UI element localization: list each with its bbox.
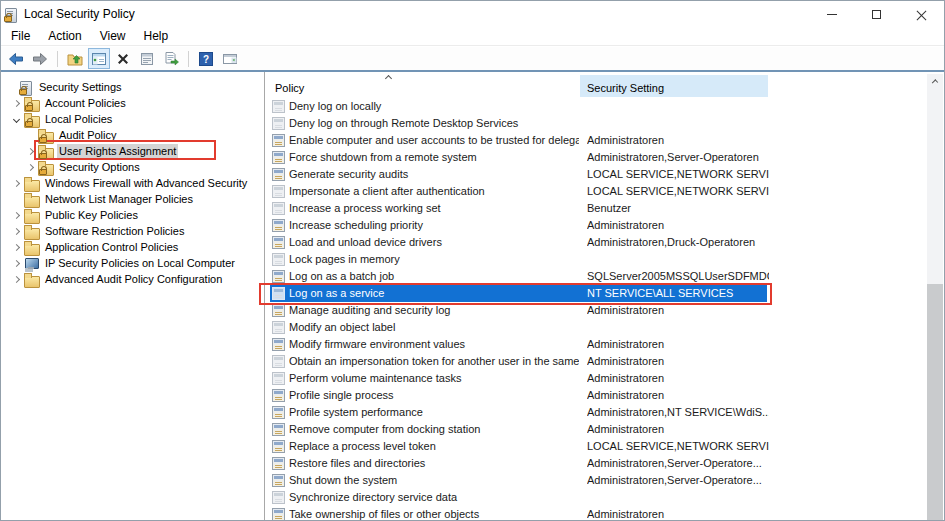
- local-security-policy-window: Local Security Policy File Action View H…: [0, 0, 945, 521]
- tree-item-windows-firewall-with-advanced-security[interactable]: Windows Firewall with Advanced Security: [2, 175, 264, 191]
- policy-row-deny-log-on-through-remote-desktop-services[interactable]: Deny log on through Remote Desktop Servi…: [270, 115, 927, 132]
- policy-row-deny-log-on-locally[interactable]: Deny log on locally: [270, 98, 927, 115]
- tree-item-account-policies[interactable]: Account Policies: [2, 95, 264, 111]
- policy-row-perform-volume-maintenance-tasks[interactable]: Perform volume maintenance tasksAdminist…: [270, 370, 927, 387]
- column-header-policy[interactable]: Policy: [275, 82, 304, 94]
- forward-button[interactable]: [29, 48, 51, 69]
- title-bar: Local Security Policy: [1, 1, 944, 27]
- policy-name-cell: Restore files and directories: [289, 457, 579, 469]
- policy-row-modify-an-object-label[interactable]: Modify an object label: [270, 319, 927, 336]
- tree-item-audit-policy[interactable]: Audit Policy: [2, 127, 264, 143]
- tree-item-ip-security-policies-on-local-computer[interactable]: IP Security Policies on Local Computer: [2, 255, 264, 271]
- expander-slot[interactable]: [24, 149, 36, 154]
- expander-slot[interactable]: [10, 181, 22, 186]
- policy-list: Deny log on locallyDeny log on through R…: [265, 98, 927, 520]
- scrollbar-track[interactable]: [927, 91, 943, 520]
- policy-row-log-on-as-a-batch-job[interactable]: Log on as a batch jobSQLServer2005MSSQLU…: [270, 268, 927, 285]
- policy-name-cell: Obtain an impersonation token for anothe…: [289, 355, 579, 367]
- tree-item-security-options[interactable]: Security Options: [2, 159, 264, 175]
- expander-slot[interactable]: [24, 165, 36, 170]
- tree-item-label: Audit Policy: [57, 128, 118, 142]
- policy-row-log-on-as-a-service[interactable]: Log on as a serviceNT SERVICE\ALL SERVIC…: [270, 285, 927, 302]
- policy-row-shut-down-the-system[interactable]: Shut down the systemAdministratoren,Serv…: [270, 472, 927, 489]
- show-console-tree-button[interactable]: [88, 48, 110, 69]
- window-controls: [809, 1, 944, 27]
- menu-bar: File Action View Help: [1, 27, 944, 46]
- policy-row-remove-computer-from-docking-station[interactable]: Remove computer from docking stationAdmi…: [270, 421, 927, 438]
- policy-row-enable-computer-and-user-accounts-to-be-trusted-for-delega[interactable]: Enable computer and user accounts to be …: [270, 132, 927, 149]
- export-list-button[interactable]: [160, 48, 182, 69]
- expander-slot[interactable]: [10, 261, 22, 266]
- policy-row-increase-a-process-working-set[interactable]: Increase a process working setBenutzer: [270, 200, 927, 217]
- help-button[interactable]: ?: [195, 48, 217, 69]
- menu-file[interactable]: File: [1, 29, 39, 43]
- folder-lock-icon: [38, 129, 53, 142]
- security-setting-cell: Administratoren: [587, 389, 769, 401]
- policy-row-lock-pages-in-memory[interactable]: Lock pages in memory: [270, 251, 927, 268]
- expander-slot[interactable]: [10, 213, 22, 218]
- policy-name-cell: Impersonate a client after authenticatio…: [289, 185, 579, 197]
- minimize-button[interactable]: [809, 1, 854, 27]
- security-setting-cell: Administratoren: [587, 423, 769, 435]
- column-header-security-setting[interactable]: Security Setting: [587, 82, 664, 94]
- close-button[interactable]: [899, 1, 944, 27]
- folder-icon: [24, 273, 39, 286]
- show-action-pane-button[interactable]: [219, 48, 241, 69]
- policy-row-modify-firmware-environment-values[interactable]: Modify firmware environment valuesAdmini…: [270, 336, 927, 353]
- menu-help[interactable]: Help: [135, 29, 178, 43]
- tree-item-user-rights-assignment[interactable]: User Rights Assignment: [2, 143, 264, 159]
- tree-item-security-settings[interactable]: Security Settings: [2, 79, 264, 95]
- tree-item-advanced-audit-policy-configuration[interactable]: Advanced Audit Policy Configuration: [2, 271, 264, 287]
- delete-button[interactable]: [112, 48, 134, 69]
- menu-view[interactable]: View: [91, 29, 135, 43]
- policy-name-cell: Manage auditing and security log: [289, 304, 579, 316]
- policy-icon: [272, 474, 285, 487]
- expander-slot[interactable]: [10, 245, 22, 250]
- scrollbar-thumb[interactable]: [927, 284, 943, 520]
- maximize-button[interactable]: [854, 1, 899, 27]
- policy-list-pane: Policy Security Setting Deny log on loca…: [265, 72, 943, 520]
- folder-icon: [24, 241, 39, 254]
- up-level-button[interactable]: [64, 48, 86, 69]
- sort-ascending-icon: [385, 75, 392, 82]
- lock-overlay-icon: [39, 137, 47, 143]
- expander-slot[interactable]: [10, 101, 22, 106]
- policy-row-increase-scheduling-priority[interactable]: Increase scheduling priorityAdministrato…: [270, 217, 927, 234]
- tree-item-software-restriction-policies[interactable]: Software Restriction Policies: [2, 223, 264, 239]
- policy-row-load-and-unload-device-drivers[interactable]: Load and unload device driversAdministra…: [270, 234, 927, 251]
- tree-item-label: Advanced Audit Policy Configuration: [43, 272, 224, 286]
- properties-button[interactable]: [136, 48, 158, 69]
- chevron-right-icon: [26, 163, 33, 170]
- chevron-right-icon: [12, 275, 19, 282]
- expander-slot[interactable]: [10, 277, 22, 282]
- tree-item-local-policies[interactable]: Local Policies: [2, 111, 264, 127]
- main-content: Security SettingsAccount PoliciesLocal P…: [2, 72, 943, 520]
- security-setting-cell: Benutzer: [587, 202, 769, 214]
- menu-action[interactable]: Action: [39, 29, 90, 43]
- scroll-up-button[interactable]: [927, 74, 943, 91]
- tree-item-network-list-manager-policies[interactable]: Network List Manager Policies: [2, 191, 264, 207]
- policy-row-impersonate-a-client-after-authentication[interactable]: Impersonate a client after authenticatio…: [270, 183, 927, 200]
- policy-name-cell: Synchronize directory service data: [289, 491, 579, 503]
- tree-item-public-key-policies[interactable]: Public Key Policies: [2, 207, 264, 223]
- security-setting-cell: Administratoren: [587, 304, 769, 316]
- policy-row-profile-system-performance[interactable]: Profile system performanceAdministratore…: [270, 404, 927, 421]
- chevron-right-icon: [12, 179, 19, 186]
- policy-row-manage-auditing-and-security-log[interactable]: Manage auditing and security logAdminist…: [270, 302, 927, 319]
- tree-item-label: Software Restriction Policies: [43, 224, 186, 238]
- expander-slot[interactable]: [10, 117, 22, 122]
- policy-row-replace-a-process-level-token[interactable]: Replace a process level tokenLOCAL SERVI…: [270, 438, 927, 455]
- policy-row-obtain-an-impersonation-token-for-another-user-in-the-same[interactable]: Obtain an impersonation token for anothe…: [270, 353, 927, 370]
- policy-row-force-shutdown-from-a-remote-system[interactable]: Force shutdown from a remote systemAdmin…: [270, 149, 927, 166]
- expander-slot[interactable]: [10, 229, 22, 234]
- policy-row-take-ownership-of-files-or-other-objects[interactable]: Take ownership of files or other objects…: [270, 506, 927, 520]
- policy-row-restore-files-and-directories[interactable]: Restore files and directoriesAdministrat…: [270, 455, 927, 472]
- policy-row-profile-single-process[interactable]: Profile single processAdministratoren: [270, 387, 927, 404]
- back-button[interactable]: [5, 48, 27, 69]
- tree-item-application-control-policies[interactable]: Application Control Policies: [2, 239, 264, 255]
- policy-row-synchronize-directory-service-data[interactable]: Synchronize directory service data: [270, 489, 927, 506]
- folder-icon: [24, 209, 39, 222]
- folder-icon: [24, 193, 39, 206]
- policy-icon: [272, 406, 285, 419]
- policy-row-generate-security-audits[interactable]: Generate security auditsLOCAL SERVICE,NE…: [270, 166, 927, 183]
